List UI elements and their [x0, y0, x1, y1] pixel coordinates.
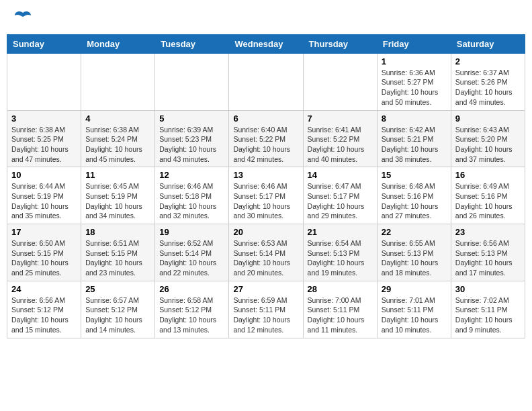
day-number: 25 [85, 284, 150, 294]
day-info: Sunrise: 6:58 AM Sunset: 5:12 PM Dayligh… [159, 295, 224, 335]
day-number: 16 [455, 170, 521, 180]
day-number: 21 [308, 227, 373, 237]
weekday-header-friday: Friday [377, 34, 451, 53]
day-info: Sunrise: 6:38 AM Sunset: 5:25 PM Dayligh… [11, 125, 77, 165]
day-number: 12 [159, 170, 224, 180]
logo-bird-icon [13, 10, 32, 24]
day-info: Sunrise: 6:56 AM Sunset: 5:13 PM Dayligh… [455, 238, 521, 278]
day-number: 3 [11, 113, 77, 124]
logo-text [13, 10, 32, 27]
calendar-cell: 7Sunrise: 6:41 AM Sunset: 5:22 PM Daylig… [303, 110, 377, 167]
calendar-cell: 3Sunrise: 6:38 AM Sunset: 5:25 PM Daylig… [7, 110, 81, 167]
day-number: 28 [308, 284, 373, 294]
day-info: Sunrise: 6:37 AM Sunset: 5:26 PM Dayligh… [455, 68, 521, 107]
calendar-week-row: 24Sunrise: 6:56 AM Sunset: 5:12 PM Dayli… [7, 281, 525, 338]
day-info: Sunrise: 6:46 AM Sunset: 5:17 PM Dayligh… [233, 181, 298, 221]
day-number: 26 [159, 284, 224, 294]
day-info: Sunrise: 6:40 AM Sunset: 5:22 PM Dayligh… [233, 125, 298, 165]
calendar-cell: 8Sunrise: 6:42 AM Sunset: 5:21 PM Daylig… [377, 110, 451, 167]
day-info: Sunrise: 6:46 AM Sunset: 5:18 PM Dayligh… [159, 181, 224, 221]
weekday-header-saturday: Saturday [451, 34, 525, 53]
day-info: Sunrise: 6:36 AM Sunset: 5:27 PM Dayligh… [382, 68, 447, 107]
calendar-cell: 17Sunrise: 6:50 AM Sunset: 5:15 PM Dayli… [7, 224, 81, 281]
day-info: Sunrise: 6:44 AM Sunset: 5:19 PM Dayligh… [11, 181, 77, 221]
day-number: 13 [233, 170, 298, 180]
calendar-cell: 20Sunrise: 6:53 AM Sunset: 5:14 PM Dayli… [229, 224, 303, 281]
day-number: 4 [85, 113, 150, 124]
day-info: Sunrise: 6:41 AM Sunset: 5:22 PM Dayligh… [308, 125, 373, 165]
calendar-cell [155, 53, 229, 110]
calendar-cell: 13Sunrise: 6:46 AM Sunset: 5:17 PM Dayli… [229, 167, 303, 224]
day-number: 29 [382, 284, 447, 294]
calendar-cell: 30Sunrise: 7:02 AM Sunset: 5:11 PM Dayli… [451, 281, 525, 338]
page-header [7, 7, 525, 28]
day-number: 15 [382, 170, 447, 180]
calendar-cell: 14Sunrise: 6:47 AM Sunset: 5:17 PM Dayli… [303, 167, 377, 224]
calendar-cell: 19Sunrise: 6:52 AM Sunset: 5:14 PM Dayli… [155, 224, 229, 281]
calendar-cell: 9Sunrise: 6:43 AM Sunset: 5:20 PM Daylig… [451, 110, 525, 167]
calendar-cell: 12Sunrise: 6:46 AM Sunset: 5:18 PM Dayli… [155, 167, 229, 224]
day-number: 11 [85, 170, 150, 180]
day-number: 8 [382, 113, 447, 124]
calendar-cell [303, 53, 377, 110]
weekday-header-wednesday: Wednesday [229, 34, 303, 53]
day-info: Sunrise: 6:45 AM Sunset: 5:19 PM Dayligh… [85, 181, 150, 221]
weekday-header-thursday: Thursday [303, 34, 377, 53]
day-info: Sunrise: 6:48 AM Sunset: 5:16 PM Dayligh… [382, 181, 447, 221]
day-info: Sunrise: 6:59 AM Sunset: 5:11 PM Dayligh… [233, 295, 298, 335]
calendar-table: SundayMondayTuesdayWednesdayThursdayFrid… [7, 34, 525, 338]
day-info: Sunrise: 6:49 AM Sunset: 5:16 PM Dayligh… [455, 181, 521, 221]
calendar-cell: 1Sunrise: 6:36 AM Sunset: 5:27 PM Daylig… [377, 53, 451, 110]
day-number: 18 [85, 227, 150, 237]
day-info: Sunrise: 6:53 AM Sunset: 5:14 PM Dayligh… [233, 238, 298, 278]
day-number: 20 [233, 227, 298, 237]
day-info: Sunrise: 7:00 AM Sunset: 5:11 PM Dayligh… [308, 295, 373, 335]
calendar-cell: 26Sunrise: 6:58 AM Sunset: 5:12 PM Dayli… [155, 281, 229, 338]
day-info: Sunrise: 6:38 AM Sunset: 5:24 PM Dayligh… [85, 125, 150, 165]
day-info: Sunrise: 6:54 AM Sunset: 5:13 PM Dayligh… [308, 238, 373, 278]
day-number: 9 [455, 113, 521, 124]
calendar-cell: 21Sunrise: 6:54 AM Sunset: 5:13 PM Dayli… [303, 224, 377, 281]
day-number: 24 [11, 284, 77, 294]
calendar-cell: 22Sunrise: 6:55 AM Sunset: 5:13 PM Dayli… [377, 224, 451, 281]
day-info: Sunrise: 6:56 AM Sunset: 5:12 PM Dayligh… [11, 295, 77, 335]
day-info: Sunrise: 7:01 AM Sunset: 5:11 PM Dayligh… [382, 295, 447, 335]
calendar-cell: 28Sunrise: 7:00 AM Sunset: 5:11 PM Dayli… [303, 281, 377, 338]
day-number: 7 [308, 113, 373, 124]
calendar-cell: 5Sunrise: 6:39 AM Sunset: 5:23 PM Daylig… [155, 110, 229, 167]
calendar-week-row: 3Sunrise: 6:38 AM Sunset: 5:25 PM Daylig… [7, 110, 525, 167]
day-info: Sunrise: 6:42 AM Sunset: 5:21 PM Dayligh… [382, 125, 447, 165]
day-number: 6 [233, 113, 298, 124]
calendar-cell: 27Sunrise: 6:59 AM Sunset: 5:11 PM Dayli… [229, 281, 303, 338]
day-number: 5 [159, 113, 224, 124]
day-number: 27 [233, 284, 298, 294]
day-info: Sunrise: 7:02 AM Sunset: 5:11 PM Dayligh… [455, 295, 521, 335]
calendar-cell: 10Sunrise: 6:44 AM Sunset: 5:19 PM Dayli… [7, 167, 81, 224]
weekday-header-monday: Monday [81, 34, 155, 53]
calendar-cell [7, 53, 81, 110]
day-number: 14 [308, 170, 373, 180]
calendar-cell: 24Sunrise: 6:56 AM Sunset: 5:12 PM Dayli… [7, 281, 81, 338]
day-number: 19 [159, 227, 224, 237]
day-info: Sunrise: 6:51 AM Sunset: 5:15 PM Dayligh… [85, 238, 150, 278]
day-info: Sunrise: 6:57 AM Sunset: 5:12 PM Dayligh… [85, 295, 150, 335]
calendar-cell [81, 53, 155, 110]
day-number: 2 [455, 56, 521, 66]
calendar-cell: 25Sunrise: 6:57 AM Sunset: 5:12 PM Dayli… [81, 281, 155, 338]
calendar-week-row: 1Sunrise: 6:36 AM Sunset: 5:27 PM Daylig… [7, 53, 525, 110]
day-number: 30 [455, 284, 521, 294]
calendar-cell: 2Sunrise: 6:37 AM Sunset: 5:26 PM Daylig… [451, 53, 525, 110]
day-number: 23 [455, 227, 521, 237]
day-number: 17 [11, 227, 77, 237]
calendar-cell: 29Sunrise: 7:01 AM Sunset: 5:11 PM Dayli… [377, 281, 451, 338]
day-info: Sunrise: 6:50 AM Sunset: 5:15 PM Dayligh… [11, 238, 77, 278]
day-info: Sunrise: 6:55 AM Sunset: 5:13 PM Dayligh… [382, 238, 447, 278]
logo [13, 10, 32, 24]
calendar-cell: 6Sunrise: 6:40 AM Sunset: 5:22 PM Daylig… [229, 110, 303, 167]
day-number: 10 [11, 170, 77, 180]
calendar-cell: 11Sunrise: 6:45 AM Sunset: 5:19 PM Dayli… [81, 167, 155, 224]
calendar-week-row: 10Sunrise: 6:44 AM Sunset: 5:19 PM Dayli… [7, 167, 525, 224]
day-info: Sunrise: 6:39 AM Sunset: 5:23 PM Dayligh… [159, 125, 224, 165]
day-info: Sunrise: 6:47 AM Sunset: 5:17 PM Dayligh… [308, 181, 373, 221]
calendar-cell: 18Sunrise: 6:51 AM Sunset: 5:15 PM Dayli… [81, 224, 155, 281]
